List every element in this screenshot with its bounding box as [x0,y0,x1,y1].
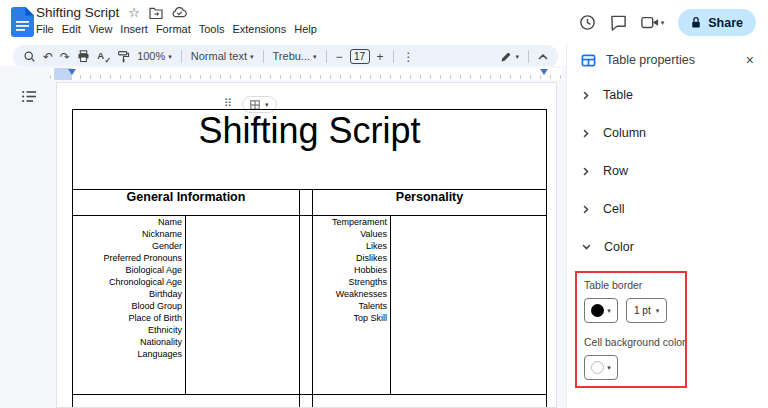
paint-format-button[interactable] [117,50,130,63]
chevron-down-icon: ▾ [656,307,660,314]
decrease-font-size-button[interactable]: − [336,51,343,63]
ruler[interactable] [50,68,562,80]
section-label: Color [604,240,634,254]
toolbar-divider [181,50,182,63]
print-button[interactable] [77,50,90,63]
spacer-cell[interactable] [300,395,313,408]
comments-icon[interactable] [610,14,627,31]
toolbar-divider [528,50,529,63]
redo-button[interactable]: ↷ [60,51,70,63]
close-icon[interactable]: × [746,53,754,67]
spacer-cell[interactable] [300,190,313,216]
menu-item[interactable]: Format [152,22,195,36]
increase-font-size-button[interactable]: + [377,51,384,63]
document-heading: Shifting Script [198,110,420,151]
field-label: Hobbies [313,264,387,276]
field-label: Biological Age [73,264,182,276]
zoom-select[interactable]: 100% ▾ [137,51,172,62]
left-indent-marker[interactable] [68,69,76,75]
cloud-saved-icon[interactable] [172,7,187,18]
font-select[interactable]: Trebu... ▾ [273,51,317,62]
paragraph-style-select[interactable]: Normal text ▾ [191,51,254,62]
search-menus-button[interactable] [23,50,36,63]
general-information-header-cell[interactable]: General Information [73,190,300,216]
spellcheck-button[interactable]: A✓ [97,51,110,63]
section-label: Column [603,126,646,140]
font-size-input[interactable] [350,49,370,64]
general-fields-list: NameNicknameGenderPreferred PronounsBiol… [73,216,185,360]
menu-item[interactable]: Edit [58,22,85,36]
app-header: Shifting Script ☆ FileEditViewInsertForm… [0,0,768,44]
version-history-icon[interactable] [579,14,596,31]
more-toolbar-button[interactable]: ⋮ [403,51,415,63]
chevron-up-icon [538,53,548,61]
table-icon [250,100,260,110]
chevron-down-icon: ▾ [661,19,665,26]
docs-logo-icon[interactable] [11,7,34,37]
menu-item[interactable]: Extensions [228,22,290,36]
personality-header-cell[interactable]: Personality [313,190,547,216]
collapse-menus-button[interactable] [538,53,548,61]
move-folder-icon[interactable] [149,7,163,19]
chevron-right-icon [582,167,590,176]
panel-section-color[interactable]: Color [567,228,768,266]
share-label: Share [708,16,743,30]
general-values-cell[interactable] [186,216,300,395]
panel-title: Table properties [606,53,695,67]
star-icon[interactable]: ☆ [128,6,140,19]
personality-fields-cell[interactable]: TemperamentValuesLikesDislikesHobbiesStr… [313,216,391,395]
section-header-label: General Information [127,190,246,204]
border-color-swatch [591,304,604,317]
pen-icon [500,51,512,63]
share-button[interactable]: Share [678,9,756,36]
cell-background-label: Cell background color [584,336,768,348]
panel-section-row[interactable]: Row [567,152,768,190]
menu-item[interactable]: Tools [195,22,229,36]
outline-icon [21,89,37,104]
chevron-down-icon: ▾ [313,53,317,60]
field-label: Likes [313,240,387,252]
menu-item[interactable]: Insert [116,22,152,36]
panel-section-cell[interactable]: Cell [567,190,768,228]
border-width-select[interactable]: 1 pt ▾ [626,298,667,323]
style-value: Normal text [191,51,247,62]
menu-item[interactable]: View [85,22,117,36]
field-label: Strengths [313,276,387,288]
spacer-cell[interactable] [300,216,313,395]
toolbar-divider [326,50,327,63]
field-label: Weaknesses [313,288,387,300]
personality-values-cell[interactable] [391,216,547,395]
right-indent-marker[interactable] [540,69,548,75]
table-row[interactable] [313,395,547,408]
chevron-right-icon [582,91,590,100]
undo-button[interactable]: ↶ [43,51,53,63]
toolbar-divider [263,50,264,63]
field-label: Birthday [73,288,182,300]
document-page[interactable]: ⠿ ▾ Shifting Script General Information … [56,82,557,408]
lock-icon [691,16,701,29]
field-label: Languages [73,348,182,360]
table-title-cell[interactable]: Shifting Script [73,110,547,190]
printer-icon [77,50,90,63]
chevron-down-icon: ▾ [607,307,611,314]
editing-mode-select[interactable]: ▾ [500,51,519,63]
table-row[interactable] [73,395,300,408]
panel-section-column[interactable]: Column [567,114,768,152]
field-label: Chronological Age [73,276,182,288]
table-border-color-button[interactable]: ▾ [584,298,618,323]
chevron-down-icon [582,243,591,251]
field-label: Blood Group [73,300,182,312]
cell-background-color-button[interactable]: ▾ [584,355,618,380]
toolbar: ↶ ↷ A✓ 100% ▾ Normal text ▾ Trebu... ▾ −… [13,45,558,68]
menu-item[interactable]: Help [290,22,321,36]
general-fields-cell[interactable]: NameNicknameGenderPreferred PronounsBiol… [73,216,186,395]
meet-button[interactable]: ▾ [641,16,665,29]
document-table[interactable]: Shifting Script General Information Pers… [72,109,547,408]
menu-item[interactable]: File [32,22,58,36]
chevron-down-icon: ▾ [250,53,254,60]
section-header-label: Personality [396,190,463,204]
panel-section-table[interactable]: Table [567,76,768,114]
table-drag-handle-icon[interactable]: ⠿ [224,98,232,109]
document-outline-button[interactable] [21,89,37,104]
document-title[interactable]: Shifting Script [36,5,119,20]
